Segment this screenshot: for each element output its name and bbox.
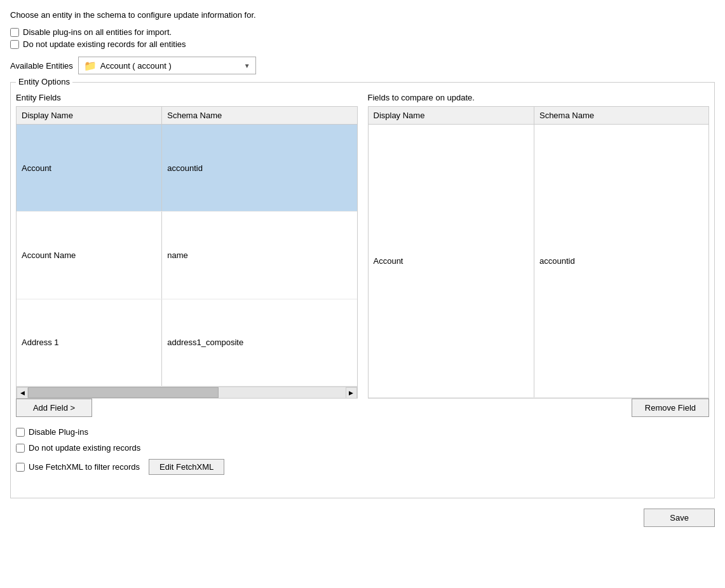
entity-col-schema: Schema Name	[162, 107, 357, 125]
entity-selector-row: Available Entities 📁 Account ( account )…	[10, 57, 715, 74]
no-update-records-label: Do not update existing records	[29, 443, 140, 453]
entity-field-display-1: Account Name	[17, 212, 162, 299]
fetchxml-row: Use FetchXML to filter records Edit Fetc…	[16, 459, 709, 475]
entity-fields-section: Entity Fields Display Name Schema Name A…	[16, 93, 358, 399]
table-row[interactable]: Account Namename	[17, 212, 357, 299]
disable-plugins-all-label: Disable plug-ins on all entities for imp…	[23, 27, 172, 37]
remove-field-button[interactable]: Remove Field	[632, 399, 709, 417]
table-row[interactable]: Accountaccountid	[369, 125, 709, 398]
add-field-button[interactable]: Add Field >	[16, 399, 92, 417]
no-update-all-checkbox[interactable]	[10, 40, 19, 49]
scroll-thumb	[28, 387, 219, 398]
global-checkbox-row-1: Do not update existing records for all e…	[10, 39, 715, 49]
instructions-text: Choose an entity in the schema to config…	[10, 10, 715, 20]
compare-col-schema: Schema Name	[534, 107, 708, 125]
no-update-all-label: Do not update existing records for all e…	[23, 39, 186, 49]
entity-dropdown-icon: 📁	[84, 60, 97, 72]
entity-field-display-2: Address 1	[17, 299, 162, 386]
compare-fields-table-wrapper: Display Name Schema Name Accountaccounti…	[368, 106, 710, 399]
edit-fetchxml-button[interactable]: Edit FetchXML	[149, 459, 224, 475]
disable-plugins-checkbox[interactable]	[16, 428, 25, 437]
compare-fields-title: Fields to compare on update.	[368, 93, 710, 102]
entity-options-group: Entity Options Entity Fields Display Nam…	[10, 82, 715, 498]
no-update-records-checkbox[interactable]	[16, 444, 25, 453]
disable-plugins-row: Disable Plug-ins	[16, 427, 709, 437]
save-button[interactable]: Save	[644, 509, 715, 527]
entity-col-display: Display Name	[17, 107, 162, 125]
chevron-down-icon: ▼	[244, 62, 250, 69]
compare-fields-section: Fields to compare on update. Display Nam…	[368, 93, 710, 399]
footer-row: Save	[10, 509, 715, 527]
scroll-left-arrow[interactable]: ◀	[17, 387, 28, 399]
entity-dropdown[interactable]: 📁 Account ( account ) ▼	[78, 57, 256, 74]
global-checkboxes: Disable plug-ins on all entities for imp…	[10, 27, 715, 49]
global-checkbox-row-0: Disable plug-ins on all entities for imp…	[10, 27, 715, 37]
disable-plugins-label: Disable Plug-ins	[29, 427, 88, 437]
entity-field-schema-1: name	[162, 212, 357, 299]
entity-fields-table: Display Name Schema Name Accountaccounti…	[17, 107, 357, 386]
compare-fields-table: Display Name Schema Name Accountaccounti…	[369, 107, 709, 398]
table-row[interactable]: Address 1address1_composite	[17, 299, 357, 386]
entity-fields-table-wrapper: Display Name Schema Name Accountaccounti…	[16, 106, 358, 399]
scroll-track[interactable]	[28, 387, 346, 398]
bottom-options: Disable Plug-ins Do not update existing …	[16, 427, 709, 477]
no-update-row: Do not update existing records	[16, 443, 709, 453]
compare-field-display-0: Account	[369, 125, 534, 398]
entity-field-display-0: Account	[17, 125, 162, 212]
use-fetchxml-label: Use FetchXML to filter records	[29, 462, 140, 472]
table-row[interactable]: Accountaccountid	[17, 125, 357, 212]
fields-buttons-row: Add Field > Remove Field	[16, 399, 709, 417]
entity-fields-scrollbar[interactable]: ◀ ▶	[17, 386, 357, 398]
compare-field-schema-0: accountid	[534, 125, 708, 398]
entity-dropdown-text: Account ( account )	[100, 61, 240, 71]
disable-plugins-all-checkbox[interactable]	[10, 28, 19, 37]
use-fetchxml-checkbox[interactable]	[16, 463, 25, 472]
entity-field-schema-2: address1_composite	[162, 299, 357, 386]
entity-fields-title: Entity Fields	[16, 93, 358, 102]
fields-container: Entity Fields Display Name Schema Name A…	[16, 93, 709, 399]
scroll-right-arrow[interactable]: ▶	[346, 387, 357, 399]
compare-col-display: Display Name	[369, 107, 534, 125]
entity-selector-label: Available Entities	[10, 61, 73, 71]
entity-options-legend: Entity Options	[16, 77, 72, 86]
entity-field-schema-0: accountid	[162, 125, 357, 212]
